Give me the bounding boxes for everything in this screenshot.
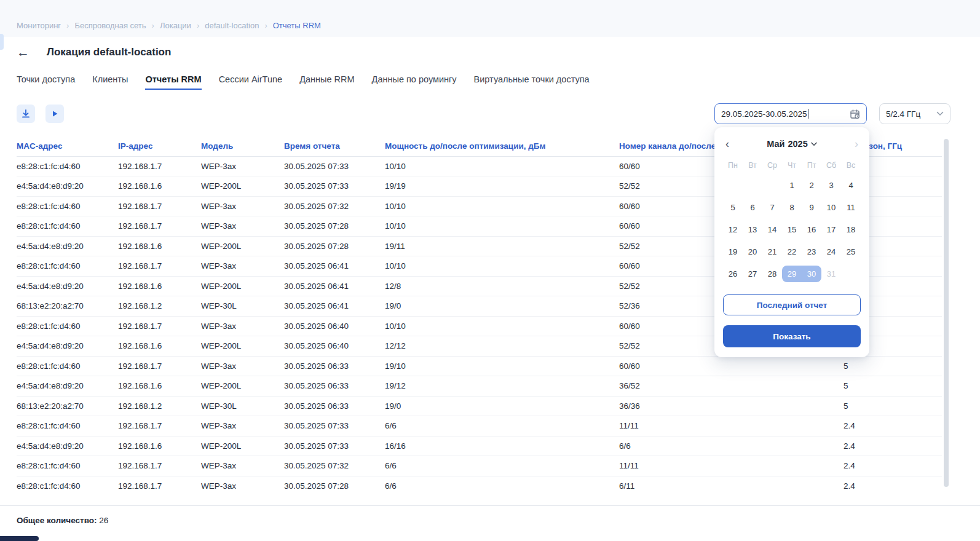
calendar-day[interactable]: 24 (821, 240, 841, 263)
table-cell: 192.168.1.6 (118, 336, 201, 357)
table-cell: 192.168.1.7 (118, 216, 201, 237)
month-year-dropdown[interactable]: Май 2025 (767, 139, 817, 149)
table-cell: WEP-200L (201, 436, 284, 456)
table-cell: e8:28:c1:fc:d4:60 (17, 316, 118, 336)
table-cell: WEP-200L (201, 336, 284, 357)
download-button[interactable] (17, 105, 35, 123)
page: Мониторинг›Беспроводная сеть›Локации›def… (0, 0, 980, 541)
calendar-day[interactable]: 16 (802, 218, 821, 240)
table-cell: 10/10 (385, 256, 619, 277)
calendar-day[interactable]: 11 (841, 196, 861, 218)
table-row: e8:28:c1:fc:d4:60192.168.1.7WEP-3ax30.05… (17, 356, 942, 376)
calendar-day[interactable]: 4 (841, 174, 861, 196)
calendar-day[interactable]: 9 (802, 196, 821, 218)
table-cell: 2.4 (844, 476, 942, 496)
calendar-day[interactable]: 15 (782, 218, 802, 240)
table-cell: 19/0 (385, 296, 619, 317)
table-cell: 192.168.1.7 (118, 156, 201, 176)
table-cell: WEP-3ax (201, 156, 284, 176)
table-cell: e8:28:c1:fc:d4:60 (17, 456, 118, 476)
show-button[interactable]: Показать (723, 325, 861, 347)
prev-month-icon[interactable]: ‹ (723, 138, 732, 149)
table-cell: 30.05.2025 06:33 (284, 396, 385, 416)
table-row: e8:28:c1:fc:d4:60192.168.1.7WEP-3ax30.05… (17, 476, 942, 496)
table-cell: 30.05.2025 06:41 (284, 276, 385, 296)
date-range-input[interactable]: 29.05.2025-30.05.2025 (714, 103, 867, 124)
breadcrumb-link[interactable]: Беспроводная сеть (74, 21, 146, 30)
table-cell: WEP-200L (201, 236, 284, 256)
vertical-scrollbar[interactable] (944, 139, 949, 487)
table-cell: 6/6 (385, 416, 619, 436)
calendar-day[interactable]: 6 (743, 196, 762, 218)
horizontal-scrollbar-thumb[interactable] (0, 536, 39, 541)
tab-5[interactable]: Данные по роумингу (372, 74, 457, 90)
calendar-day[interactable]: 14 (762, 218, 782, 240)
table-cell: 19/11 (385, 236, 619, 256)
band-select-value: 5/2.4 ГГц (886, 109, 920, 119)
table-cell: WEP-3ax (201, 356, 284, 376)
page-title: Локация default-location (47, 46, 171, 58)
chevron-down-icon (936, 111, 944, 116)
calendar-day[interactable]: 17 (821, 218, 841, 240)
table-cell: WEP-3ax (201, 316, 284, 336)
play-button[interactable] (45, 105, 64, 123)
sidebar-edge-indicator (0, 34, 4, 50)
breadcrumb-band (0, 0, 980, 37)
toolbar-left (17, 105, 64, 123)
table-cell: 192.168.1.2 (118, 296, 201, 317)
tab-3[interactable]: Сессии AirTune (219, 74, 283, 90)
table-cell: 30.05.2025 07:28 (284, 216, 385, 237)
calendar-day[interactable]: 29 (782, 263, 802, 285)
calendar-day[interactable]: 8 (782, 196, 802, 218)
tab-0[interactable]: Точки доступа (17, 74, 75, 90)
calendar-day[interactable]: 25 (841, 240, 861, 263)
calendar-day[interactable]: 18 (841, 218, 861, 240)
calendar-day[interactable]: 3 (821, 174, 841, 196)
breadcrumb-link[interactable]: default-location (205, 21, 259, 30)
breadcrumb-link[interactable]: Локации (160, 21, 191, 30)
last-report-button[interactable]: Последний отчет (723, 294, 861, 315)
calendar-day[interactable]: 30 (802, 263, 821, 285)
tab-4[interactable]: Данные RRM (299, 74, 354, 90)
calendar-day[interactable]: 22 (782, 240, 802, 263)
calendar-day[interactable]: 20 (743, 240, 762, 263)
calendar-day[interactable]: 12 (723, 218, 743, 240)
calendar-day[interactable]: 5 (723, 196, 743, 218)
band-select[interactable]: 5/2.4 ГГц (879, 103, 950, 124)
calendar-grid: 1234567891011121314151617181920212223242… (723, 174, 861, 285)
table-cell: 30.05.2025 07:33 (284, 156, 385, 176)
calendar-day[interactable]: 7 (762, 196, 782, 218)
table-cell: 2.4 (844, 436, 942, 456)
calendar-day[interactable]: 27 (743, 263, 762, 285)
toolbar-right: 29.05.2025-30.05.2025 5/2.4 ГГц (714, 103, 950, 124)
table-cell: e8:28:c1:fc:d4:60 (17, 156, 118, 176)
tab-6[interactable]: Виртуальные точки доступа (474, 74, 590, 90)
calendar-day[interactable]: 2 (802, 174, 821, 196)
calendar-day[interactable]: 26 (723, 263, 743, 285)
table-cell: WEP-3ax (201, 476, 284, 496)
column-header: Время отчета (284, 136, 385, 156)
breadcrumb-link[interactable]: Мониторинг (17, 21, 61, 30)
calendar-day-blank (743, 174, 762, 196)
calendar-day[interactable]: 21 (762, 240, 782, 263)
back-arrow-icon[interactable]: ← (17, 45, 30, 58)
table-cell: 192.168.1.7 (118, 416, 201, 436)
calendar-day[interactable]: 13 (743, 218, 762, 240)
calendar-day[interactable]: 23 (802, 240, 821, 263)
table-cell: WEP-200L (201, 276, 284, 296)
tab-1[interactable]: Клиенты (92, 74, 128, 90)
weekday-label: Вт (743, 161, 762, 170)
breadcrumb-current: Отчеты RRM (273, 21, 321, 30)
calendar-day[interactable]: 10 (821, 196, 841, 218)
table-cell: 19/0 (385, 396, 619, 416)
table-cell: 5 (844, 396, 942, 416)
table-cell: 30.05.2025 06:40 (284, 336, 385, 357)
calendar-day[interactable]: 1 (782, 174, 802, 196)
tab-2[interactable]: Отчеты RRM (145, 74, 201, 90)
table-cell: 30.05.2025 06:40 (284, 316, 385, 336)
weekday-label: Пт (802, 161, 821, 170)
table-cell: 11/11 (619, 416, 844, 436)
table-cell: 11/11 (619, 456, 844, 476)
calendar-day[interactable]: 28 (762, 263, 782, 285)
calendar-day[interactable]: 19 (723, 240, 743, 263)
